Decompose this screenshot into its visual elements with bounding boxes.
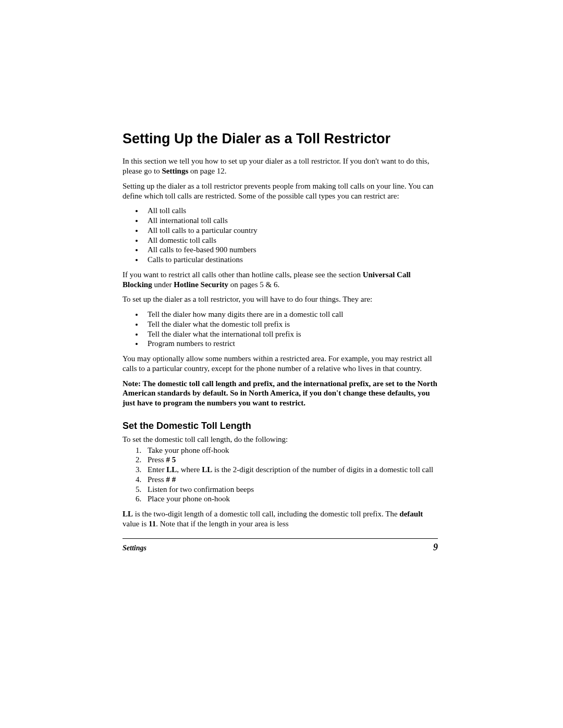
steps-list: Take your phone off-hook Press # 5 Enter… (123, 446, 438, 504)
text: If you want to restrict all calls other … (123, 270, 363, 279)
text: Press (148, 475, 166, 484)
list-item: All toll calls to a particular country (143, 226, 438, 236)
text: , where (177, 465, 202, 474)
footer-page-number: 9 (433, 542, 438, 553)
variable-ll: LL (123, 510, 133, 518)
page-footer: Settings 9 (123, 538, 438, 553)
setup-steps-list: Tell the dialer how many digits there ar… (123, 310, 438, 349)
list-item: Enter LL, where LL is the 2-digit descri… (143, 465, 438, 475)
key-sequence: # 5 (166, 455, 176, 464)
list-item: Program numbers to restrict (143, 339, 438, 349)
list-item: Press # 5 (143, 455, 438, 465)
text: is the two-digit length of a domestic to… (133, 510, 399, 518)
list-item: All international toll calls (143, 216, 438, 226)
text: under (152, 280, 174, 289)
list-item: Calls to particular destinations (143, 255, 438, 265)
key-sequence: # # (166, 475, 176, 484)
optional-allow-paragraph: You may optionally allow some numbers wi… (123, 354, 438, 374)
default-label: default (399, 510, 423, 518)
restrict-types-list: All toll calls All international toll ca… (123, 206, 438, 265)
text: . Note that if the length in your area i… (156, 520, 289, 528)
variable-ll: LL (202, 465, 212, 474)
list-item: All domestic toll calls (143, 236, 438, 245)
closing-paragraph: LL is the two-digit length of a domestic… (123, 509, 438, 529)
footer-section-name: Settings (123, 544, 146, 552)
text: on pages 5 & 6. (228, 280, 279, 289)
list-item: Press # # (143, 475, 438, 485)
list-item: Place your phone on-hook (143, 494, 438, 504)
list-item: All toll calls (143, 206, 438, 216)
setup-intro-paragraph: To set up the dialer as a toll restricto… (123, 294, 438, 304)
list-item: Take your phone off-hook (143, 446, 438, 455)
list-item: Tell the dialer what the international t… (143, 329, 438, 339)
list-item: Listen for two confirmation beeps (143, 485, 438, 495)
page-title: Setting Up the Dialer as a Toll Restrict… (123, 130, 438, 147)
note-paragraph: Note: The domestic toll call length and … (123, 379, 438, 408)
list-item: All calls to fee-based 900 numbers (143, 245, 438, 255)
intro-paragraph-2: Setting up the dialer as a toll restrict… (123, 181, 438, 201)
text: Press (148, 455, 166, 464)
intro-paragraph-1: In this section we tell you how to set u… (123, 156, 438, 176)
universal-call-blocking-paragraph: If you want to restrict all calls other … (123, 270, 438, 290)
document-page: Setting Up the Dialer as a Toll Restrict… (0, 0, 563, 728)
text: is the 2-digit description of the number… (212, 465, 433, 474)
list-item: Tell the dialer what the domestic toll p… (143, 319, 438, 329)
hotline-security-ref: Hotline Security (174, 280, 228, 289)
text: Enter (148, 465, 166, 474)
variable-ll: LL (166, 465, 177, 474)
settings-ref: Settings (162, 167, 188, 175)
text: on page 12. (188, 167, 226, 175)
text: value is (123, 520, 149, 528)
section-heading-domestic-toll-length: Set the Domestic Toll Length (123, 421, 438, 431)
list-item: Tell the dialer how many digits there ar… (143, 310, 438, 319)
steps-intro: To set the domestic toll call length, do… (123, 435, 438, 445)
default-value: 11 (149, 520, 156, 528)
